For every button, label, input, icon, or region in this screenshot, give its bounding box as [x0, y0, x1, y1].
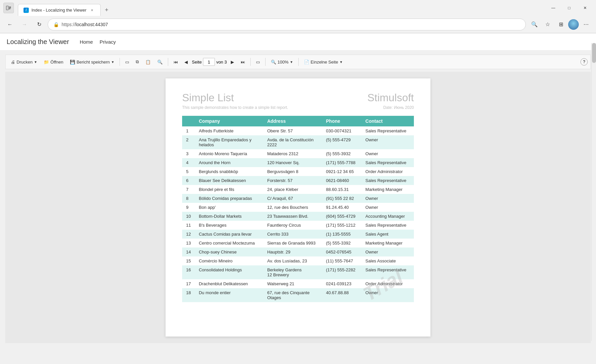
cell-address: 120 Hanover Sq.: [263, 158, 322, 167]
open-button[interactable]: 📁 Öffnen: [41, 58, 66, 66]
cell-address: Berkeley Gardens12 Brewery: [263, 265, 322, 279]
refresh-button[interactable]: ↻: [33, 19, 45, 30]
cell-phone: (91) 555 22 82: [322, 194, 362, 203]
table-row: 3 Antonio Moreno Taquería Mataderos 2312…: [182, 149, 414, 158]
cell-company: Around the Horn: [195, 158, 263, 167]
data-table: Company Address Phone Contact 1 Alfreds …: [182, 116, 414, 302]
col-header-contact: Contact: [362, 116, 414, 126]
page-view-button[interactable]: ▭: [253, 58, 263, 66]
site-nav: Localizing the Viewer Home Privacy: [0, 33, 596, 51]
cell-contact: Owner: [362, 288, 414, 302]
print-icon: 🖨: [11, 60, 15, 65]
report-title: Simple List: [182, 92, 234, 104]
active-tab[interactable]: Index - Localizing the Viewer ×: [18, 4, 101, 16]
report-page: Simple List Stimulsoft This sample demon…: [166, 78, 430, 337]
cell-num: 1: [182, 126, 195, 135]
view-arrow: ▼: [339, 60, 343, 64]
zoom-button[interactable]: 🔍 100% ▼: [268, 58, 296, 66]
prev-page-button[interactable]: ◀: [182, 58, 190, 66]
profile-avatar[interactable]: [568, 19, 579, 30]
paste-button[interactable]: 📋: [143, 58, 153, 66]
cell-num: 10: [182, 212, 195, 221]
report-brand: Stimulsoft: [368, 92, 414, 104]
separator-1: [120, 58, 120, 66]
cell-company: Blauer See Delikatessen: [195, 176, 263, 185]
page-label: Seite: [192, 60, 202, 65]
cell-phone: (171) 555-2282: [322, 265, 362, 279]
svg-rect-4: [568, 19, 579, 30]
cell-phone: 0452-076545: [322, 248, 362, 256]
maximize-button[interactable]: □: [562, 3, 577, 13]
search-icon-btn[interactable]: 🔍: [528, 19, 540, 30]
cell-contact: Sales Representative: [362, 176, 414, 185]
cell-address: Walserweg 21: [263, 279, 322, 288]
cell-num: 18: [182, 288, 195, 302]
zoom-label: 100%: [277, 60, 288, 65]
address-box[interactable]: 🔒 https://localhost:44307: [48, 19, 526, 30]
table-row: 15 Comércio Mineiro Av. dos Lusíadas, 23…: [182, 256, 414, 265]
tab-close-button[interactable]: ×: [89, 7, 95, 13]
next-page-button[interactable]: ▶: [228, 58, 237, 66]
page-input[interactable]: [203, 58, 215, 66]
cell-phone: (5) 555-3932: [322, 149, 362, 158]
separator-4: [265, 58, 266, 66]
cell-phone: (604) 555-4729: [322, 212, 362, 221]
table-row: 6 Blauer See Delikatessen Forsterstr. 57…: [182, 176, 414, 185]
layout-button[interactable]: ▭: [123, 58, 132, 66]
table-row: 13 Centro comercial Moctezuma Sierras de…: [182, 239, 414, 248]
separator-3: [250, 58, 251, 66]
cell-phone: (1) 135-5555: [322, 230, 362, 239]
separator-5: [298, 58, 299, 66]
save-icon: 💾: [70, 60, 75, 65]
cell-contact: Sales Representative: [362, 221, 414, 230]
cell-address: Sierras de Granada 9993: [263, 239, 322, 248]
last-page-button[interactable]: ⏭: [238, 58, 248, 66]
nav-home[interactable]: Home: [80, 39, 93, 45]
cell-address: Mataderos 2312: [263, 149, 322, 158]
cell-company: Berglunds snabbköp: [195, 167, 263, 176]
sidebar-toggle-button[interactable]: [3, 3, 14, 13]
window-controls-left: [3, 3, 14, 13]
scrollbar-right[interactable]: [591, 43, 596, 341]
save-button[interactable]: 💾 Bericht speichern ▼: [67, 58, 117, 66]
view-mode-button[interactable]: 📄 Einzelne Seite ▼: [301, 58, 345, 66]
svg-rect-1: [9, 7, 11, 7]
favorites-icon-btn[interactable]: ☆: [542, 19, 554, 30]
print-label: Drucken: [17, 60, 32, 65]
back-button[interactable]: ←: [4, 19, 16, 30]
new-tab-button[interactable]: +: [101, 4, 113, 16]
cell-company: Blondel père et fils: [195, 185, 263, 194]
nav-links: Home Privacy: [80, 39, 116, 45]
table-header-row: Company Address Phone Contact: [182, 116, 414, 126]
menu-icon-btn[interactable]: ⋯: [580, 19, 592, 30]
cell-num: 2: [182, 135, 195, 149]
close-button[interactable]: ✕: [577, 3, 593, 13]
minimize-button[interactable]: —: [546, 3, 561, 13]
col-header-company: Company: [195, 116, 263, 126]
page-of: von 3: [216, 60, 227, 65]
forward-button[interactable]: →: [19, 19, 30, 30]
cell-contact: Order Administrator: [362, 279, 414, 288]
cell-company: Chop-suey Chinese: [195, 248, 263, 256]
open-icon: 📁: [44, 60, 49, 65]
svg-rect-2: [9, 8, 11, 8]
find-button[interactable]: 🔍: [155, 58, 165, 66]
cell-address: Fauntleroy Circus: [263, 221, 322, 230]
col-header-num: [182, 116, 195, 126]
nav-privacy[interactable]: Privacy: [100, 39, 116, 45]
cell-phone: 030-0074321: [322, 126, 362, 135]
view-label: Einzelne Seite: [311, 60, 338, 65]
table-row: 12 Cactus Comidas para llevar Cerrito 33…: [182, 230, 414, 239]
viewer-toolbar: 🖨 Drucken ▼ 📁 Öffnen 💾 Bericht speichern…: [5, 55, 591, 69]
first-page-button[interactable]: ⏮: [171, 58, 180, 66]
copy-button[interactable]: ⧉: [133, 58, 141, 66]
print-button[interactable]: 🖨 Drucken ▼: [8, 58, 40, 66]
table-row: 5 Berglunds snabbköp Berguvsvägen 8 0921…: [182, 167, 414, 176]
scrollbar-thumb[interactable]: [592, 43, 596, 63]
svg-rect-3: [9, 9, 10, 9]
cell-company: Bottom-Dollar Markets: [195, 212, 263, 221]
collections-icon-btn[interactable]: ⊞: [555, 19, 567, 30]
help-button[interactable]: ?: [580, 58, 588, 66]
cell-num: 16: [182, 265, 195, 279]
cell-company: B's Beverages: [195, 221, 263, 230]
